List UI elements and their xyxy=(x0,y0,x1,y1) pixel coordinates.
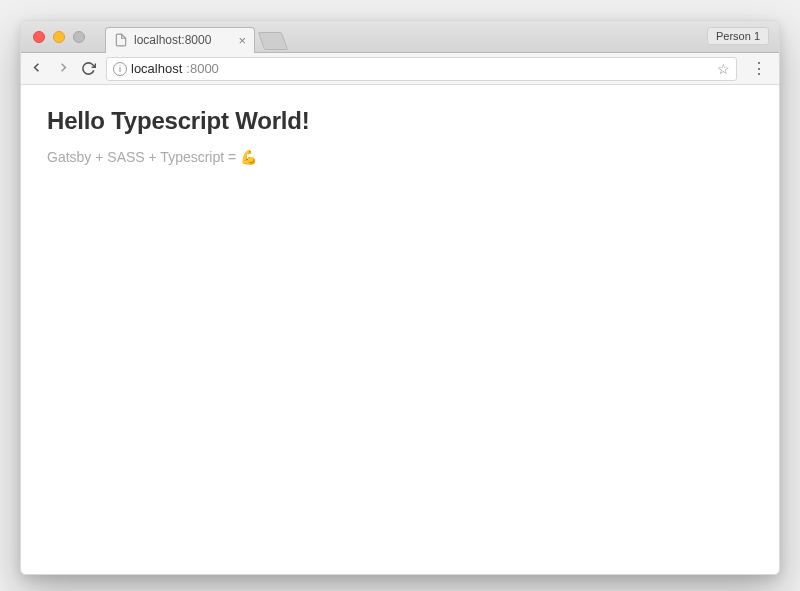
subtext-text: Gatsby + SASS + Typescript = xyxy=(47,149,240,165)
url-host: localhost xyxy=(131,61,182,76)
browser-window: localhost:8000 × Person 1 i localhost:80… xyxy=(20,20,780,575)
browser-menu-button[interactable]: ⋮ xyxy=(747,61,771,77)
browser-tab[interactable]: localhost:8000 × xyxy=(105,27,255,53)
tab-title: localhost:8000 xyxy=(134,33,211,47)
reload-button[interactable] xyxy=(81,61,96,76)
page-content: Hello Typescript World! Gatsby + SASS + … xyxy=(21,85,779,574)
new-tab-button[interactable] xyxy=(258,32,289,50)
minimize-window-button[interactable] xyxy=(53,31,65,43)
page-heading: Hello Typescript World! xyxy=(47,107,753,135)
back-button[interactable] xyxy=(29,60,44,78)
flex-arm-emoji: 💪 xyxy=(240,149,257,165)
forward-button[interactable] xyxy=(56,60,71,78)
url-port: :8000 xyxy=(186,61,219,76)
profile-button[interactable]: Person 1 xyxy=(707,27,769,45)
window-controls xyxy=(21,31,85,43)
nav-arrows xyxy=(29,60,71,78)
page-subtext: Gatsby + SASS + Typescript = 💪 xyxy=(47,149,753,165)
site-info-icon[interactable]: i xyxy=(113,62,127,76)
address-bar[interactable]: i localhost:8000 ☆ xyxy=(106,57,737,81)
tab-close-button[interactable]: × xyxy=(238,34,246,47)
maximize-window-button[interactable] xyxy=(73,31,85,43)
close-window-button[interactable] xyxy=(33,31,45,43)
tab-strip: localhost:8000 × Person 1 xyxy=(21,21,779,53)
bookmark-star-icon[interactable]: ☆ xyxy=(717,61,730,77)
toolbar: i localhost:8000 ☆ ⋮ xyxy=(21,53,779,85)
page-favicon-icon xyxy=(114,33,128,47)
